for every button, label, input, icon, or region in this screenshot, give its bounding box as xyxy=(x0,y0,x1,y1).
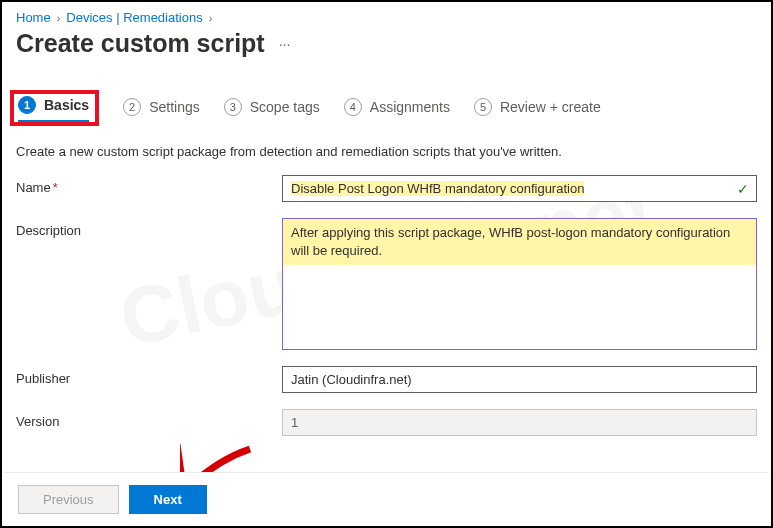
more-actions-icon[interactable]: ··· xyxy=(279,36,291,52)
breadcrumb-home[interactable]: Home xyxy=(16,10,51,25)
name-input[interactable]: Disable Post Logon WHfB mandatory config… xyxy=(282,175,757,202)
step-label: Review + create xyxy=(500,99,601,115)
publisher-input[interactable] xyxy=(282,366,757,393)
step-number-icon: 3 xyxy=(224,98,242,116)
page-title: Create custom script xyxy=(16,29,265,58)
checkmark-icon: ✓ xyxy=(737,181,749,197)
wizard-step-assignments[interactable]: 4 Assignments xyxy=(344,98,450,124)
wizard-step-review-create[interactable]: 5 Review + create xyxy=(474,98,601,124)
step-label: Settings xyxy=(149,99,200,115)
wizard-step-scope-tags[interactable]: 3 Scope tags xyxy=(224,98,320,124)
step-number-icon: 5 xyxy=(474,98,492,116)
footer-bar: Previous Next xyxy=(4,472,769,526)
next-button[interactable]: Next xyxy=(129,485,207,514)
description-label: Description xyxy=(16,218,282,238)
name-label: Name* xyxy=(16,175,282,195)
description-textarea[interactable]: After applying this script package, WHfB… xyxy=(282,218,757,350)
step-label: Basics xyxy=(44,97,89,113)
intro-text: Create a new custom script package from … xyxy=(16,144,757,159)
breadcrumb-devices[interactable]: Devices | Remediations xyxy=(66,10,202,25)
previous-button: Previous xyxy=(18,485,119,514)
publisher-label: Publisher xyxy=(16,366,282,386)
wizard-step-settings[interactable]: 2 Settings xyxy=(123,98,200,124)
chevron-right-icon: › xyxy=(209,12,213,24)
breadcrumb: Home › Devices | Remediations › xyxy=(16,10,757,25)
step-label: Scope tags xyxy=(250,99,320,115)
wizard-steps: 1 Basics 2 Settings 3 Scope tags 4 Assig… xyxy=(16,96,757,126)
chevron-right-icon: › xyxy=(57,12,61,24)
version-label: Version xyxy=(16,409,282,429)
step-number-icon: 2 xyxy=(123,98,141,116)
step-number-icon: 4 xyxy=(344,98,362,116)
step-number-icon: 1 xyxy=(18,96,36,114)
wizard-step-basics[interactable]: 1 Basics xyxy=(18,96,89,122)
required-asterisk: * xyxy=(53,180,58,195)
version-input: 1 xyxy=(282,409,757,436)
step-label: Assignments xyxy=(370,99,450,115)
